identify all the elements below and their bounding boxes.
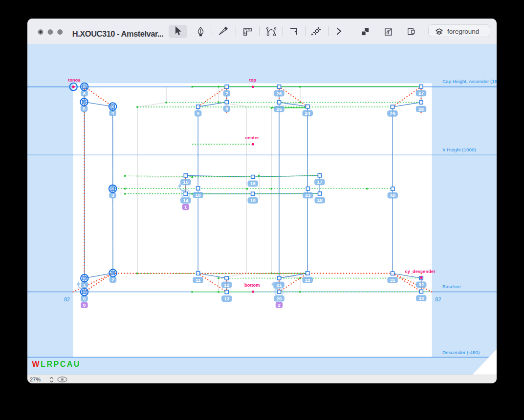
svg-text:13: 13 <box>224 295 229 301</box>
svg-text:bottom: bottom <box>244 282 260 287</box>
svg-text:Descender (-480): Descender (-480) <box>442 349 480 355</box>
svg-text:3: 3 <box>111 192 114 198</box>
svg-text:5: 5 <box>83 105 86 111</box>
svg-text:82: 82 <box>435 296 441 302</box>
svg-text:0: 0 <box>83 302 86 308</box>
svg-text:23: 23 <box>306 192 311 198</box>
svg-text:0: 0 <box>83 295 86 301</box>
svg-text:4: 4 <box>387 29 390 35</box>
svg-text:top: top <box>249 77 257 82</box>
svg-text:8: 8 <box>225 106 228 111</box>
svg-text:82: 82 <box>64 296 70 302</box>
svg-text:12: 12 <box>224 282 229 287</box>
svg-text:22: 22 <box>305 277 310 282</box>
svg-text:6: 6 <box>83 90 86 96</box>
svg-text:21: 21 <box>277 282 282 287</box>
svg-text:2: 2 <box>278 302 281 307</box>
svg-text:2: 2 <box>111 277 114 282</box>
svg-text:29: 29 <box>390 110 395 116</box>
svg-text:15: 15 <box>183 179 188 185</box>
svg-text:26: 26 <box>277 90 282 96</box>
svg-text:1: 1 <box>184 204 187 210</box>
svg-text:30: 30 <box>390 192 395 198</box>
svg-text:28: 28 <box>418 106 424 111</box>
svg-text:4: 4 <box>111 110 114 116</box>
svg-text:1: 1 <box>83 282 86 287</box>
svg-text:center: center <box>245 135 259 140</box>
svg-text:31: 31 <box>390 277 395 282</box>
svg-text:7: 7 <box>225 90 228 96</box>
svg-text:tonos: tonos <box>68 77 80 82</box>
svg-text:19: 19 <box>250 197 256 203</box>
svg-text:10: 10 <box>196 192 201 197</box>
svg-text:32: 32 <box>418 282 424 287</box>
svg-text:33: 33 <box>418 295 424 301</box>
svg-text:X Height (1000): X Height (1000) <box>442 147 476 152</box>
svg-text:Baseline: Baseline <box>442 283 461 289</box>
svg-text:9: 9 <box>196 110 199 116</box>
svg-text:24: 24 <box>305 110 310 116</box>
svg-text:27: 27 <box>418 90 424 96</box>
svg-text:16: 16 <box>250 181 256 186</box>
svg-text:cy_descender: cy_descender <box>405 269 436 273</box>
svg-text:18: 18 <box>317 197 323 203</box>
svg-text:Cap Height, Ascender (15: Cap Height, Ascender (15 <box>442 78 497 84</box>
svg-text:25: 25 <box>277 106 282 111</box>
svg-text:11: 11 <box>196 277 201 282</box>
svg-text:17: 17 <box>317 179 323 185</box>
